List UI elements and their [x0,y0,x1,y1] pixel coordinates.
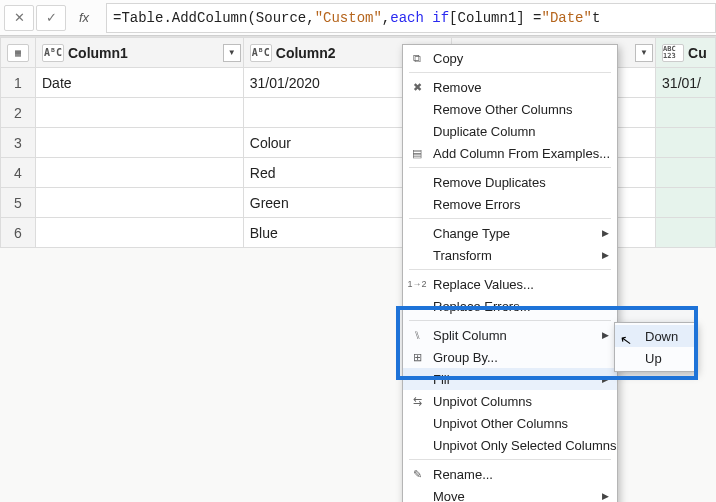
row-number: 6 [1,218,36,248]
menu-item-transform[interactable]: Transform▶ [403,244,617,266]
menu-item-remove[interactable]: ✖ Remove [403,76,617,98]
chevron-right-icon: ▶ [602,228,609,238]
menu-item-replace-errors[interactable]: Replace Errors... [403,295,617,317]
fx-label: fx [66,10,102,25]
formula-text: t [592,10,600,26]
menu-item-remove-errors[interactable]: Remove Errors [403,193,617,215]
menu-separator [409,72,611,73]
menu-item-copy[interactable]: ⧉ Copy [403,47,617,69]
column-label: Column2 [276,45,336,61]
copy-icon: ⧉ [409,50,425,66]
menu-item-group-by[interactable]: ⊞ Group By... [403,346,617,368]
text-type-icon: AᴮC [250,44,272,62]
row-number: 4 [1,158,36,188]
menu-item-change-type[interactable]: Change Type▶ [403,222,617,244]
cell[interactable] [36,218,244,248]
group-icon: ⊞ [409,349,425,365]
text-type-icon: AᴮC [42,44,64,62]
formula-text: [Column1] = [449,10,541,26]
chevron-right-icon: ▶ [602,491,609,501]
cell[interactable] [36,158,244,188]
menu-item-rename[interactable]: ✎ Rename... [403,463,617,485]
menu-item-remove-duplicates[interactable]: Remove Duplicates [403,171,617,193]
menu-separator [409,167,611,168]
menu-item-split-column[interactable]: ⑊ Split Column▶ [403,324,617,346]
unpivot-icon: ⇆ [409,393,425,409]
cell[interactable] [656,188,716,218]
submenu-item-up[interactable]: Up [615,347,695,369]
split-icon: ⑊ [409,327,425,343]
chevron-right-icon: ▶ [602,330,609,340]
cell[interactable] [656,218,716,248]
rename-icon: ✎ [409,466,425,482]
menu-separator [409,218,611,219]
formula-accept-button[interactable]: ✓ [36,5,66,31]
cell[interactable] [656,128,716,158]
menu-item-remove-other[interactable]: Remove Other Columns [403,98,617,120]
menu-item-unpivot-other[interactable]: Unpivot Other Columns [403,412,617,434]
row-number: 5 [1,188,36,218]
grid-corner[interactable]: ▦ [1,38,36,68]
column-header-custom[interactable]: ABC 123 Cu [656,38,716,68]
column-label: Column1 [68,45,128,61]
formula-keyword: each if [390,10,449,26]
cell[interactable] [656,98,716,128]
formula-string: "Custom" [315,10,382,26]
formula-text: Table.AddColumn(Source, [121,10,314,26]
menu-item-fill[interactable]: Fill▶ [403,368,617,390]
formula-string: "Date" [542,10,592,26]
cell[interactable] [36,128,244,158]
menu-separator [409,320,611,321]
cell[interactable]: Date [36,68,244,98]
menu-item-replace-values[interactable]: 1→2 Replace Values... [403,273,617,295]
row-number: 1 [1,68,36,98]
menu-item-unpivot[interactable]: ⇆ Unpivot Columns [403,390,617,412]
column-header-column1[interactable]: AᴮC Column1 ▼ [36,38,244,68]
any-type-icon: ABC 123 [662,44,684,62]
row-number: 3 [1,128,36,158]
formula-input[interactable]: = Table.AddColumn(Source, "Custom" , eac… [106,3,716,33]
chevron-right-icon: ▶ [602,250,609,260]
formula-cancel-button[interactable]: ✕ [4,5,34,31]
formula-text: , [382,10,390,26]
formula-bar: ✕ ✓ fx = Table.AddColumn(Source, "Custom… [0,0,716,36]
filter-dropdown-button[interactable]: ▼ [635,44,653,62]
cursor-icon: ↖ [619,331,634,349]
replace-icon: 1→2 [409,276,425,292]
context-menu: ⧉ Copy ✖ Remove Remove Other Columns Dup… [402,44,618,502]
menu-item-move[interactable]: Move▶ [403,485,617,502]
row-number: 2 [1,98,36,128]
formula-text: = [113,10,121,26]
cell[interactable] [36,188,244,218]
menu-item-add-from-examples[interactable]: ▤ Add Column From Examples... [403,142,617,164]
filter-dropdown-button[interactable]: ▼ [223,44,241,62]
cell[interactable]: 31/01/ [656,68,716,98]
menu-item-unpivot-selected[interactable]: Unpivot Only Selected Columns [403,434,617,456]
menu-item-duplicate[interactable]: Duplicate Column [403,120,617,142]
menu-separator [409,269,611,270]
chevron-right-icon: ▶ [602,374,609,384]
cell[interactable] [36,98,244,128]
menu-separator [409,459,611,460]
cell[interactable] [656,158,716,188]
table-icon: ▦ [7,44,29,62]
remove-icon: ✖ [409,79,425,95]
column-label: Cu [688,45,707,61]
column-icon: ▤ [409,145,425,161]
